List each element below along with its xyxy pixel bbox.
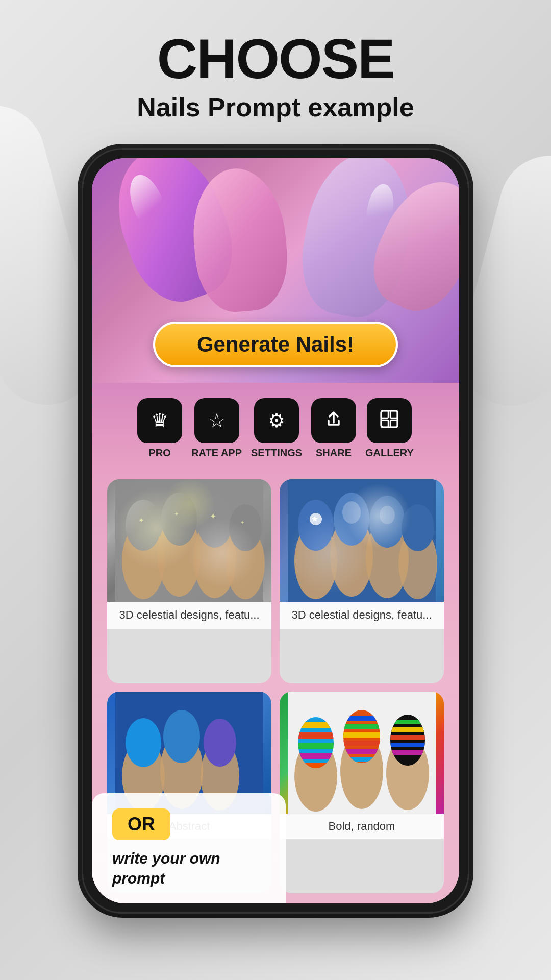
gallery-caption-4: Bold, random (280, 814, 444, 839)
rate-app-label: RATE APP (191, 447, 242, 459)
star-icon: ☆ (208, 411, 226, 430)
svg-text:✦: ✦ (138, 516, 144, 524)
svg-rect-64 (390, 735, 425, 740)
or-badge: OR (112, 808, 170, 840)
gallery-icon-box (367, 398, 412, 443)
gear-icon: ⚙ (268, 411, 285, 430)
svg-point-33 (380, 506, 395, 524)
svg-rect-55 (343, 724, 380, 729)
gallery-caption-2: 3D celestial designs, featu... (280, 602, 444, 629)
svg-rect-56 (343, 732, 380, 738)
svg-point-23 (330, 515, 373, 597)
svg-text:✦: ✦ (240, 520, 244, 525)
gallery-label: GALLERY (365, 447, 414, 459)
svg-rect-0 (381, 411, 397, 427)
svg-text:✦: ✦ (174, 510, 179, 518)
svg-point-9 (193, 519, 236, 598)
share-icon-box (311, 398, 356, 443)
svg-point-8 (158, 515, 201, 597)
generate-nails-button[interactable]: Generate Nails! (153, 322, 398, 368)
page-title: CHOOSE (20, 31, 531, 87)
svg-rect-57 (343, 741, 380, 746)
crown-icon: ♛ (151, 411, 168, 430)
svg-rect-48 (298, 732, 334, 739)
phone-mockup: Generate Nails! ♛ PRO ☆ (82, 148, 469, 914)
share-icon (324, 410, 343, 431)
rate-app-icon-item[interactable]: ☆ RATE APP (191, 398, 242, 459)
svg-rect-63 (390, 727, 425, 732)
svg-rect-66 (390, 750, 425, 755)
gallery-item-1[interactable]: ✦ ✦ ✦ ✦ (107, 479, 271, 683)
svg-point-39 (163, 710, 200, 763)
pro-icon-item[interactable]: ♛ PRO (137, 398, 182, 459)
or-badge-text: OR (128, 814, 155, 835)
svg-rect-5 (115, 479, 263, 602)
gallery-item-2[interactable]: ★ 3D celestial designs, featu... (280, 479, 444, 683)
gallery-image-1: ✦ ✦ ✦ ✦ (107, 479, 271, 602)
pro-label: PRO (148, 447, 170, 459)
phone-screen: Generate Nails! ♛ PRO ☆ (92, 158, 459, 903)
or-card: OR write your own prompt (92, 793, 286, 903)
svg-rect-21 (288, 479, 436, 602)
svg-text:✦: ✦ (210, 512, 216, 521)
svg-rect-58 (343, 749, 380, 754)
svg-rect-49 (298, 743, 334, 749)
gallery-caption-1: 3D celestial designs, featu... (107, 602, 271, 629)
settings-icon-item[interactable]: ⚙ SETTINGS (251, 398, 302, 459)
svg-point-24 (366, 519, 409, 598)
gallery-image-2: ★ (280, 479, 444, 602)
share-label: SHARE (316, 447, 352, 459)
gallery-icon-item[interactable]: GALLERY (365, 398, 414, 459)
gallery-icon (379, 409, 399, 432)
svg-point-10 (226, 528, 265, 599)
svg-point-22 (294, 523, 337, 599)
phone-container: Generate Nails! ♛ PRO ☆ (0, 148, 551, 914)
gallery-item-4[interactable]: Bold, random (280, 692, 444, 894)
svg-point-25 (398, 528, 437, 599)
pro-icon-box: ♛ (137, 398, 182, 443)
svg-point-14 (229, 504, 262, 551)
settings-icon-box: ⚙ (254, 398, 299, 443)
rate-app-icon-box: ☆ (194, 398, 239, 443)
settings-label: SETTINGS (251, 447, 302, 459)
page-subtitle: Nails Prompt example (20, 92, 531, 122)
svg-point-11 (126, 500, 161, 551)
svg-point-15 (126, 500, 161, 551)
svg-point-30 (310, 513, 322, 525)
svg-point-7 (122, 523, 165, 599)
icon-row: ♛ PRO ☆ RATE APP ⚙ SETTIN (92, 383, 459, 469)
svg-point-13 (197, 496, 233, 548)
generate-btn-label: Generate Nails! (197, 332, 354, 357)
hero-image: Generate Nails! (92, 158, 459, 383)
svg-point-29 (402, 504, 434, 551)
svg-point-32 (342, 501, 361, 524)
svg-point-28 (369, 496, 405, 548)
svg-text:★: ★ (311, 514, 318, 523)
svg-point-38 (126, 718, 161, 767)
or-description: write your own prompt (112, 848, 265, 888)
svg-point-12 (161, 493, 197, 546)
svg-rect-65 (390, 743, 425, 747)
screen-content: Generate Nails! ♛ PRO ☆ (92, 158, 459, 903)
svg-point-27 (334, 493, 369, 546)
svg-point-40 (204, 719, 236, 767)
svg-point-26 (298, 500, 334, 551)
svg-rect-50 (298, 753, 334, 759)
gallery-image-4 (280, 692, 444, 814)
svg-point-16 (161, 493, 197, 546)
svg-rect-6 (115, 479, 263, 602)
header: CHOOSE Nails Prompt example (0, 0, 551, 138)
share-icon-item[interactable]: SHARE (311, 398, 356, 459)
